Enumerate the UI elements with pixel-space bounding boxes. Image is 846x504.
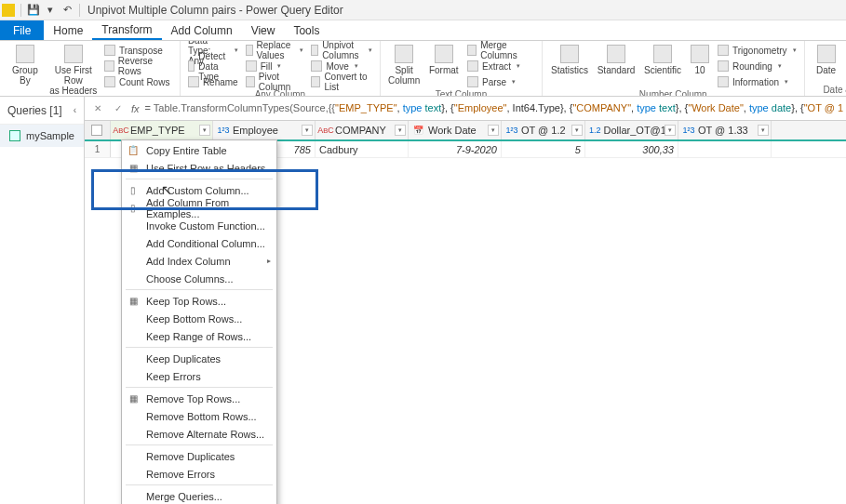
menu-remove-alternate-rows[interactable]: Remove Alternate Rows... (122, 425, 276, 443)
copy-icon: 📋 (127, 144, 140, 157)
table-icon (9, 130, 20, 141)
date-button[interactable]: Date (811, 43, 842, 75)
headers-icon: ▦ (127, 162, 140, 175)
filter-icon[interactable]: ▾ (758, 125, 769, 136)
column-header-work-date[interactable]: 📅Work Date▾ (409, 121, 502, 139)
ribbon-group-table: GroupBy Use First Rowas Headers Transpos… (0, 41, 181, 96)
column-header-employee[interactable]: 1²3Employee▾ (213, 121, 316, 139)
menu-remove-duplicates[interactable]: Remove Duplicates (122, 447, 276, 465)
column-header-company[interactable]: ABCCOMPANY▾ (316, 121, 409, 139)
filter-icon[interactable]: ▾ (302, 125, 313, 136)
filter-icon[interactable]: ▾ (488, 125, 499, 136)
menu-choose-columns[interactable]: Choose Columns... (122, 270, 276, 287)
row-number: 1 (85, 141, 111, 157)
table-menu-button[interactable] (85, 121, 111, 139)
fx-icon[interactable]: fx (131, 103, 140, 114)
commit-formula-icon[interactable]: ✓ (111, 101, 126, 116)
menu-keep-errors[interactable]: Keep Errors (122, 367, 276, 385)
detect-data-type-button[interactable]: Detect Data Type (186, 59, 240, 73)
menu-copy-entire-table[interactable]: 📋Copy Entire Table (122, 141, 276, 159)
window-title: Unpivot Multiple Column pairs - Power Qu… (87, 4, 343, 17)
save-icon[interactable]: 💾 (26, 3, 41, 18)
use-first-row-button[interactable]: Use First Rowas Headers (48, 43, 99, 96)
reverse-rows-button[interactable]: Reverse Rows (102, 59, 174, 73)
collapse-icon[interactable]: ‹ (74, 105, 76, 115)
remove-top-icon: ▦ (127, 392, 140, 405)
rename-button[interactable]: Rename (186, 74, 240, 89)
qat-dropdown-icon[interactable]: ▾ (43, 3, 58, 18)
app-icon (2, 4, 15, 17)
menu-add-index-column[interactable]: Add Index Column▸ (122, 252, 276, 270)
information-button[interactable]: Information▾ (716, 74, 799, 89)
menu-keep-duplicates[interactable]: Keep Duplicates (122, 350, 276, 367)
pivot-column-button[interactable]: Pivot Column (244, 74, 306, 89)
undo-icon[interactable]: ↶ (60, 3, 74, 18)
formula-bar: ✕ ✓ fx = Table.TransformColumnTypes(Sour… (85, 97, 846, 121)
ribbon-group-text-column: SplitColumn Format Merge Columns Extract… (381, 41, 543, 96)
format-button[interactable]: Format (425, 43, 462, 75)
menu-keep-bottom-rows[interactable]: Keep Bottom Rows... (122, 310, 276, 327)
cell-work-date[interactable]: 7-9-2020 (409, 141, 502, 157)
tab-view[interactable]: View (242, 20, 285, 40)
convert-to-list-button[interactable]: Convert to List (309, 74, 373, 89)
column-header-ot133[interactable]: 1²3OT @ 1.33▾ (678, 121, 772, 139)
menu-invoke-custom-function[interactable]: Invoke Custom Function... (122, 217, 276, 234)
custom-col-icon: ▯ (127, 184, 140, 197)
query-item-mysample[interactable]: mySample (0, 125, 84, 147)
cell-ot133[interactable] (678, 141, 772, 157)
ribbon-group-date-time: Date Time Duration Date & Time Column (805, 41, 846, 96)
trigonometry-button[interactable]: Trigonometry▾ (716, 43, 799, 58)
scientific-button[interactable]: Scientific (641, 43, 684, 75)
column-header-dollar-ot12[interactable]: 1.2Dollar_OT@1.2▾ (585, 121, 678, 139)
rounding-button[interactable]: Rounding▾ (716, 59, 799, 73)
queries-header[interactable]: Queries [1] ‹ (0, 97, 84, 125)
filter-icon[interactable]: ▾ (395, 125, 406, 136)
title-bar: 💾 ▾ ↶ Unpivot Multiple Column pairs - Po… (0, 0, 846, 20)
grid-header: ABCEMP_TYPE▾ 1²3Employee▾ ABCCOMPANY▾ 📅W… (85, 121, 846, 141)
tab-transform[interactable]: Transform (92, 20, 161, 40)
extract-text-button[interactable]: Extract▾ (465, 59, 536, 73)
ribbon: GroupBy Use First Rowas Headers Transpos… (0, 41, 846, 97)
submenu-arrow-icon: ▸ (267, 257, 271, 265)
parse-button[interactable]: Parse▾ (465, 74, 536, 89)
unpivot-columns-button[interactable]: Unpivot Columns▾ (309, 43, 373, 58)
split-column-button[interactable]: SplitColumn (386, 43, 423, 86)
ribbon-group-number-column: Statistics Standard Scientific 10 Trigon… (543, 41, 805, 96)
keep-top-icon: ▦ (127, 295, 140, 308)
merge-columns-button[interactable]: Merge Columns (465, 43, 536, 58)
examples-icon: ▯ (127, 202, 140, 215)
menu-bar: File Home Transform Add Column View Tool… (0, 20, 846, 41)
menu-remove-bottom-rows[interactable]: Remove Bottom Rows... (122, 407, 276, 425)
group-by-button[interactable]: GroupBy (6, 43, 45, 86)
menu-add-conditional-column[interactable]: Add Conditional Column... (122, 234, 276, 252)
filter-icon[interactable]: ▾ (199, 125, 210, 136)
menu-merge-queries[interactable]: Merge Queries... (122, 487, 276, 504)
menu-remove-top-rows[interactable]: ▦Remove Top Rows... (122, 390, 276, 407)
menu-keep-top-rows[interactable]: ▦Keep Top Rows... (122, 292, 276, 310)
column-header-ot12[interactable]: 1²3OT @ 1.2▾ (502, 121, 585, 139)
filter-icon[interactable]: ▾ (571, 125, 583, 136)
context-menu: 📋Copy Entire Table ▦Use First Row as Hea… (121, 139, 277, 504)
menu-use-first-row[interactable]: ▦Use First Row as Headers (122, 159, 276, 177)
tab-home[interactable]: Home (44, 20, 92, 40)
column-header-emp-type[interactable]: ABCEMP_TYPE▾ (111, 121, 213, 139)
cancel-formula-icon[interactable]: ✕ (90, 101, 105, 116)
menu-keep-range-rows[interactable]: Keep Range of Rows... (122, 327, 276, 345)
cell-ot12[interactable]: 5 (502, 141, 585, 157)
menu-remove-errors[interactable]: Remove Errors (122, 465, 276, 483)
count-rows-button[interactable]: Count Rows (102, 74, 174, 89)
tab-file[interactable]: File (0, 20, 44, 40)
tab-add-column[interactable]: Add Column (162, 20, 242, 40)
queries-pane: Queries [1] ‹ mySample (0, 97, 85, 504)
tab-tools[interactable]: Tools (284, 20, 329, 40)
standard-button[interactable]: Standard (595, 43, 638, 75)
filter-icon[interactable]: ▾ (665, 125, 676, 136)
cell-company[interactable]: Cadbury (316, 141, 409, 157)
replace-values-button[interactable]: Replace Values▾ (244, 43, 306, 58)
ribbon-group-any-column: Data Type: Any▾ Detect Data Type Rename … (181, 41, 381, 96)
power-ten-button[interactable]: 10 (688, 43, 712, 75)
menu-add-column-from-examples[interactable]: ▯Add Column From Examples... (122, 199, 276, 217)
statistics-button[interactable]: Statistics (548, 43, 591, 75)
formula-text[interactable]: = Table.TransformColumnTypes(Source,{{"E… (145, 102, 844, 114)
cell-dollar[interactable]: 300,33 (585, 141, 678, 157)
